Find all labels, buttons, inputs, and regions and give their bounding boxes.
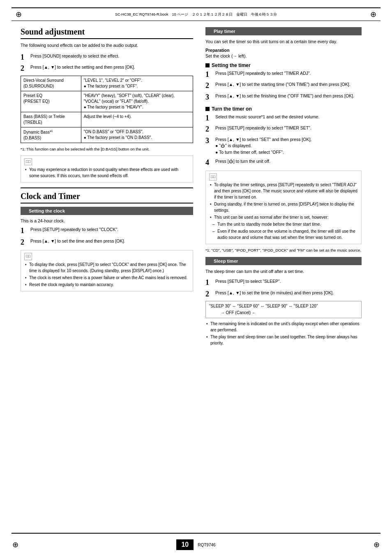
sound-note-1: You may experience a reduction in sound …: [24, 166, 189, 179]
play-timer-bar: Play timer: [205, 27, 362, 35]
play-timer-section: Play timer You can set the timer so this…: [205, 27, 362, 253]
corner-crosshair-left: ⊕: [16, 10, 22, 19]
clock-step-2-text: Press [▲, ▼] to set the time and then pr…: [30, 238, 193, 245]
play-timer-footnote: *1: "CD", "USB", "IPOD_PORT", "IPOD_DOCK…: [205, 247, 362, 253]
corner-crosshair-right: ⊕: [370, 10, 376, 19]
sleep-step-1-num: 1: [205, 278, 212, 287]
turn-timer-on-subsection: Turn the timer on 1 Select the music sou…: [205, 106, 362, 167]
timer-step-3-num: 3: [205, 93, 212, 102]
clock-step-2: 2 Press [▲, ▼] to set the time and then …: [21, 238, 193, 247]
header-file-info: SC-HC38_EC`RQT9746-R.book 10 ページ ２０１２年１２…: [26, 12, 366, 17]
clock-note-box: □□ To display the clock, press [SETUP] t…: [21, 250, 193, 291]
table-row: Dynamic Bass*1(D.BASS) "ON D.BASS" or "O…: [21, 127, 193, 143]
preparation-label: Preparation: [205, 48, 362, 53]
sound-adjustment-intro: The following sound effects can be added…: [21, 42, 193, 49]
right-column: Play timer You can set the timer so this…: [205, 27, 362, 347]
turn-timer-heading: Turn the timer on: [205, 106, 362, 112]
play-note-4: Turn the unit to standby mode before the…: [209, 221, 358, 227]
play-timer-note-box: □□ To display the timer settings, press …: [205, 171, 362, 245]
clock-step-1: 1 Press [SETUP] repeatedly to select "CL…: [21, 227, 193, 236]
turn-step-3-num: 3: [205, 136, 212, 146]
setting-timer-heading: Setting the timer: [205, 62, 362, 68]
table-cell-value: "ON D.BASS" or "OFF D.BASS".● The factor…: [81, 127, 193, 143]
sleep-step-2: 2 Press [▲, ▼] to set the time (in minut…: [205, 290, 362, 299]
play-timer-label: Play timer: [214, 29, 235, 34]
page-wrapper: ⊕ SC-HC38_EC`RQT9746-R.book 10 ページ ２０１２年…: [0, 7, 392, 555]
page-footer: ⊕ 10 RQT9746 ⊕: [0, 539, 392, 550]
sleep-step-2-text: Press [▲, ▼] to set the time (in minutes…: [215, 290, 362, 296]
note-icon-clock: □□: [24, 253, 32, 260]
turn-step-1-num: 1: [205, 114, 212, 123]
play-note-2: During standby, if the timer is turned o…: [209, 201, 358, 213]
sound-adjustment-section: Sound adjustment The following sound eff…: [21, 27, 193, 183]
sleep-timer-label: Sleep timer: [214, 259, 238, 264]
table-cell-name: Dynamic Bass*1(D.BASS): [21, 127, 81, 143]
page-number-box: 10: [176, 539, 194, 550]
timer-step-1-num: 1: [205, 70, 212, 79]
sound-step-2: 2 Press [▲, ▼] to select the setting and…: [21, 64, 193, 73]
preparation-text: Set the clock (→ left).: [205, 53, 362, 58]
table-cell-name: Preset EQ(PRESET EQ): [21, 91, 81, 112]
main-content: Sound adjustment The following sound eff…: [0, 21, 392, 355]
note-icon-play: □□: [209, 173, 217, 181]
clock-step-1-text: Press [SETUP] repeatedly to select "CLOC…: [30, 227, 193, 233]
page-code: RQT9746: [198, 543, 215, 547]
sound-step-1-text: Press [SOUND] repeatedly to select the e…: [30, 53, 193, 60]
sound-step-2-text: Press [▲, ▼] to select the setting and t…: [30, 64, 193, 71]
effect-table: Direct-Vocal Surround(D.SURROUND) "LEVEL…: [21, 76, 193, 143]
turn-timer-label: Turn the timer on: [212, 106, 252, 112]
note-icon: □□: [24, 158, 32, 166]
clock-intro: This is a 24-hour clock.: [21, 218, 193, 223]
turn-step-1-text: Select the music source*1 and set the de…: [215, 114, 362, 120]
clock-timer-section: Clock and Timer Setting the clock This i…: [21, 187, 193, 291]
clock-note-1: To display the clock, press [SETUP] to s…: [24, 261, 189, 274]
clock-divider: [21, 187, 193, 188]
sleep-timer-intro: The sleep timer can turn the unit off af…: [205, 268, 362, 275]
sleep-note-1: The remaining time is indicated on the u…: [205, 321, 362, 333]
play-note-3: This unit can be used as normal after th…: [209, 214, 358, 220]
sleep-chain: "SLEEP 30" ↔ "SLEEP 60" ↔ "SLEEP 90" ↔ "…: [205, 301, 362, 318]
turn-step-2-num: 2: [205, 125, 212, 134]
timer-step-2: 2 Press [▲, ▼] to set the starting time …: [205, 81, 362, 90]
sleep-note-2: The play timer and sleep timer can be us…: [205, 334, 362, 346]
clock-note-2: The clock is reset when there is a power…: [24, 275, 189, 281]
table-row: Preset EQ(PRESET EQ) "HEAVY" (heavy), "S…: [21, 91, 193, 112]
play-note-5: Even if the audio source or the volume i…: [209, 228, 358, 240]
setting-timer-subsection: Setting the timer 1 Press [SETUP] repeat…: [205, 62, 362, 102]
sleep-step-1: 1 Press [SETUP] to select "SLEEP".: [205, 278, 362, 287]
clock-step-2-num: 2: [21, 238, 27, 247]
table-row: Bass (BASS) or Treble (TREBLE) Adjust th…: [21, 112, 193, 127]
timer-step-2-num: 2: [205, 81, 212, 90]
timer-step-3: 3 Press [▲, ▼] to set the finishing time…: [205, 93, 362, 102]
turn-step-2: 2 Press [SETUP] repeatedly to select "TI…: [205, 125, 362, 134]
timer-step-2-text: Press [▲, ▼] to set the starting time ("…: [215, 81, 362, 88]
footnote-dbass: *1: This function can also be selected w…: [21, 146, 193, 152]
sleep-step-1-text: Press [SETUP] to select "SLEEP".: [215, 278, 362, 285]
table-cell-value: "HEAVY" (heavy), "SOFT" (soft), "CLEAR" …: [81, 91, 193, 112]
turn-step-4: 4 Press [⏻] to turn the unit off.: [205, 158, 362, 167]
sleep-step-2-num: 2: [205, 290, 212, 299]
setting-timer-label: Setting the timer: [212, 62, 251, 68]
play-note-1: To display the timer settings, press [SE…: [209, 182, 358, 200]
sound-adjustment-title: Sound adjustment: [21, 27, 193, 39]
table-cell-value: "LEVEL 1", "LEVEL 2" or "OFF".● The fact…: [81, 76, 193, 91]
turn-step-3-text: Press [▲, ▼] to select "SET" and then pr…: [215, 136, 362, 156]
turn-step-1: 1 Select the music source*1 and set the …: [205, 114, 362, 123]
turn-step-3: 3 Press [▲, ▼] to select "SET" and then …: [205, 136, 362, 156]
timer-step-1: 1 Press [SETUP] repeatedly to select "TI…: [205, 70, 362, 79]
table-cell-name: Direct-Vocal Surround(D.SURROUND): [21, 76, 81, 91]
table-cell-name: Bass (BASS) or Treble (TREBLE): [21, 112, 81, 127]
sleep-timer-section: Sleep timer The sleep timer can turn the…: [205, 257, 362, 346]
turn-step-4-num: 4: [205, 158, 212, 167]
bottom-crosshair-right: ⊕: [374, 540, 380, 549]
play-timer-intro: You can set the timer so this unit turns…: [205, 39, 362, 45]
clock-step-1-num: 1: [21, 227, 27, 236]
black-square-icon: [205, 63, 210, 67]
clock-timer-title: Clock and Timer: [21, 192, 193, 204]
sound-note-box: □□ You may experience a reduction in sou…: [21, 155, 193, 183]
sleep-timer-bar: Sleep timer: [205, 257, 362, 265]
setting-clock-label: Setting the clock: [29, 208, 65, 213]
sound-step-1-num: 1: [21, 53, 27, 62]
black-square-icon-2: [205, 107, 210, 111]
sound-step-1: 1 Press [SOUND] repeatedly to select the…: [21, 53, 193, 62]
